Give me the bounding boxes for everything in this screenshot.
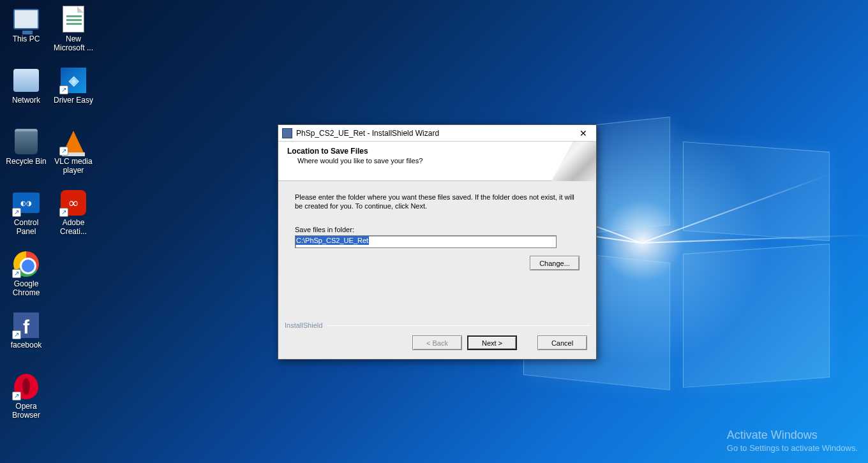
desktop-icon-label: New Microsoft ... bbox=[51, 34, 96, 52]
desktop-icon-label: VLC media player bbox=[51, 157, 96, 175]
shortcut-arrow-icon: ↗ bbox=[12, 208, 21, 217]
desktop-icon-new-doc[interactable]: New Microsoft ... bbox=[50, 3, 97, 64]
shortcut-arrow-icon: ↗ bbox=[59, 85, 68, 94]
desktop-icon-label: Network bbox=[12, 96, 40, 105]
opera-icon: ↗ bbox=[12, 372, 40, 401]
instruction-text: Please enter the folder where you want t… bbox=[295, 193, 580, 210]
back-button: < Back bbox=[412, 335, 462, 350]
header-title: Location to Save Files bbox=[287, 147, 587, 156]
facebook-icon: f↗ bbox=[12, 311, 40, 339]
desktop-icon-label: facebook bbox=[11, 341, 42, 349]
desktop-icon-label: Adobe Creati... bbox=[51, 218, 96, 236]
shortcut-arrow-icon: ↗ bbox=[12, 269, 21, 278]
header-subtitle: Where would you like to save your files? bbox=[297, 157, 587, 165]
recycle-bin-icon bbox=[12, 128, 40, 156]
desktop-icon-chrome[interactable]: ↗Google Chrome bbox=[3, 247, 50, 309]
watermark-title: Activate Windows bbox=[727, 429, 858, 442]
activation-watermark: Activate Windows Go to Settings to activ… bbox=[727, 429, 858, 453]
desktop-icon-label: This PC bbox=[13, 34, 40, 43]
shortcut-arrow-icon: ↗ bbox=[12, 330, 21, 339]
shortcut-arrow-icon: ↗ bbox=[59, 147, 68, 156]
installshield-dialog: PhSp_CS2_UE_Ret - InstallShield Wizard ✕… bbox=[278, 124, 597, 360]
dialog-header: Location to Save Files Where would you l… bbox=[278, 142, 596, 181]
installshield-brand: InstallShield bbox=[285, 321, 322, 329]
network-icon bbox=[12, 66, 40, 94]
dialog-body: Please enter the folder where you want t… bbox=[278, 181, 596, 321]
desktop-icon-label: Opera Browser bbox=[4, 402, 49, 420]
folder-value-selected: C:\PhSp_CS2_UE_Ret bbox=[296, 236, 369, 245]
change-button[interactable]: Change... bbox=[530, 256, 580, 270]
desktop-icons: This PCNew Microsoft ...Network◈↗Driver … bbox=[3, 3, 97, 431]
next-button[interactable]: Next > bbox=[467, 335, 517, 350]
desktop-icon-adobe-cc[interactable]: ∞↗Adobe Creati... bbox=[50, 186, 97, 247]
dialog-footer: < Back Next > Cancel bbox=[278, 329, 596, 359]
shortcut-arrow-icon: ↗ bbox=[59, 208, 68, 217]
desktop-icon-label: Google Chrome bbox=[4, 279, 49, 297]
app-icon bbox=[282, 128, 292, 138]
desktop-icon-vlc[interactable]: ↗VLC media player bbox=[50, 125, 97, 186]
driver-easy-icon: ◈↗ bbox=[59, 66, 87, 94]
desktop-icon-opera[interactable]: ↗Opera Browser bbox=[3, 370, 50, 431]
decor-pane bbox=[683, 142, 830, 241]
decor-pane bbox=[683, 244, 830, 388]
close-icon: ✕ bbox=[580, 128, 587, 138]
desktop: This PCNew Microsoft ...Network◈↗Driver … bbox=[0, 0, 868, 463]
desktop-icon-this-pc[interactable]: This PC bbox=[3, 3, 50, 64]
brand-row: InstallShield bbox=[278, 321, 596, 329]
adobe-cc-icon: ∞↗ bbox=[59, 189, 87, 217]
vlc-icon: ↗ bbox=[59, 128, 87, 156]
desktop-icon-facebook[interactable]: f↗facebook bbox=[3, 309, 50, 370]
desktop-icon-label: Control Panel bbox=[4, 218, 49, 236]
close-button[interactable]: ✕ bbox=[571, 125, 596, 142]
control-panel-icon: ◐◑↗ bbox=[12, 189, 40, 217]
desktop-icon-control-panel[interactable]: ◐◑↗Control Panel bbox=[3, 186, 50, 247]
shortcut-arrow-icon: ↗ bbox=[12, 392, 21, 401]
desktop-icon-label: Driver Easy bbox=[54, 96, 93, 105]
chrome-icon: ↗ bbox=[12, 250, 40, 278]
new-doc-icon bbox=[59, 5, 87, 33]
desktop-icon-driver-easy[interactable]: ◈↗Driver Easy bbox=[50, 64, 97, 125]
dialog-titlebar[interactable]: PhSp_CS2_UE_Ret - InstallShield Wizard ✕ bbox=[278, 125, 596, 142]
folder-input[interactable]: C:\PhSp_CS2_UE_Ret bbox=[295, 235, 557, 248]
this-pc-icon bbox=[12, 5, 40, 33]
divider bbox=[327, 325, 590, 326]
folder-label: Save files in folder: bbox=[295, 226, 580, 233]
watermark-subtitle: Go to Settings to activate Windows. bbox=[727, 443, 858, 453]
desktop-icon-network[interactable]: Network bbox=[3, 64, 50, 125]
desktop-icon-label: Recycle Bin bbox=[6, 157, 46, 166]
dialog-title: PhSp_CS2_UE_Ret - InstallShield Wizard bbox=[296, 129, 571, 138]
desktop-icon-recycle-bin[interactable]: Recycle Bin bbox=[3, 125, 50, 186]
cancel-button[interactable]: Cancel bbox=[537, 335, 587, 350]
